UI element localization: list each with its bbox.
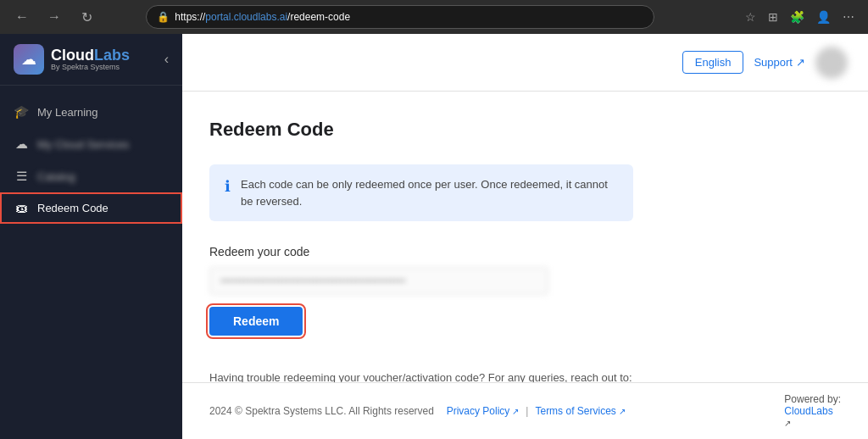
- bookmark-button[interactable]: ☆: [742, 7, 760, 27]
- footer: 2024 © Spektra Systems LLC. All Rights r…: [182, 382, 868, 439]
- catalog-icon: ☰: [14, 169, 29, 184]
- support-external-icon: ↗: [796, 56, 805, 69]
- redeem-code-icon: 🎟: [14, 201, 29, 215]
- sidebar: ☁ CloudLabs By Spektra Systems ‹ 🎓 My Le…: [0, 34, 182, 439]
- logo-icon: ☁: [14, 44, 44, 75]
- tab-grid-button[interactable]: ⊞: [765, 7, 782, 27]
- redeem-form: Redeem your code Redeem: [209, 245, 841, 336]
- page-content: Redeem Code ℹ Each code can be only rede…: [182, 92, 868, 382]
- main-content: English Support ↗ Redeem Code ℹ Each cod…: [182, 34, 868, 439]
- terms-external-icon: ↗: [619, 407, 626, 416]
- help-text-paragraph: Having trouble redeeming your voucher/ac…: [209, 370, 841, 382]
- redeem-button[interactable]: Redeem: [209, 307, 303, 336]
- reload-button[interactable]: ↻: [75, 5, 98, 29]
- sidebar-item-label: My Learning: [37, 106, 98, 119]
- footer-divider: |: [526, 405, 528, 417]
- sidebar-item-label: My Cloud Services: [37, 138, 129, 151]
- sidebar-logo: ☁ CloudLabs By Spektra Systems ‹: [0, 34, 182, 86]
- address-bar[interactable]: 🔒 https://portal.cloudlabs.ai/redeem-cod…: [146, 5, 654, 29]
- support-button[interactable]: Support ↗: [754, 56, 805, 69]
- privacy-external-icon: ↗: [512, 407, 519, 416]
- browser-chrome: ← → ↻ 🔒 https://portal.cloudlabs.ai/rede…: [0, 0, 868, 34]
- cloudlabs-external-icon: ↗: [784, 419, 791, 428]
- privacy-policy-link[interactable]: Privacy Policy ↗: [447, 405, 520, 417]
- sidebar-item-redeem-code[interactable]: 🎟 Redeem Code: [0, 192, 182, 224]
- sidebar-item-my-learning[interactable]: 🎓 My Learning: [0, 96, 182, 128]
- sidebar-toggle-button[interactable]: ‹: [164, 52, 169, 67]
- terms-of-services-link[interactable]: Terms of Services ↗: [535, 405, 625, 417]
- cloud-services-icon: ☁: [14, 136, 29, 152]
- page-title: Redeem Code: [209, 119, 841, 141]
- sidebar-item-catalog[interactable]: ☰ Catalog: [0, 160, 182, 192]
- my-learning-icon: 🎓: [14, 104, 29, 119]
- browser-toolbar: ☆ ⊞ 🧩 👤 ⋯: [742, 7, 858, 27]
- help-section: Having trouble redeeming your voucher/ac…: [209, 370, 841, 382]
- logo-main-text: CloudLabs: [51, 47, 130, 63]
- user-avatar: [815, 47, 848, 79]
- form-label: Redeem your code: [209, 245, 841, 258]
- extensions-button[interactable]: 🧩: [787, 7, 808, 27]
- footer-left: 2024 © Spektra Systems LLC. All Rights r…: [209, 405, 626, 417]
- profile-button[interactable]: 👤: [813, 7, 834, 27]
- sidebar-navigation: 🎓 My Learning ☁ My Cloud Services ☰ Cata…: [0, 86, 182, 439]
- url-text: https://portal.cloudlabs.ai/redeem-code: [175, 11, 643, 23]
- logo-text: CloudLabs By Spektra Systems: [51, 47, 130, 71]
- copyright-text: 2024 © Spektra Systems LLC. All Rights r…: [209, 405, 434, 417]
- cloudlabs-powered-link[interactable]: CloudLabs: [784, 405, 841, 417]
- topbar: English Support ↗: [182, 34, 868, 92]
- sidebar-item-label: Redeem Code: [37, 202, 108, 214]
- info-banner-text: Each code can be only redeemed once per …: [241, 176, 618, 209]
- support-label: Support: [754, 56, 793, 69]
- back-button[interactable]: ←: [10, 5, 34, 29]
- sidebar-item-label: Catalog: [37, 170, 75, 183]
- sidebar-item-my-cloud-services[interactable]: ☁ My Cloud Services: [0, 128, 182, 160]
- info-banner: ℹ Each code can be only redeemed once pe…: [209, 164, 633, 221]
- redeem-code-input[interactable]: [209, 267, 548, 295]
- forward-button[interactable]: →: [42, 5, 66, 29]
- app-container: ☁ CloudLabs By Spektra Systems ‹ 🎓 My Le…: [0, 34, 868, 439]
- logo-sub-text: By Spektra Systems: [51, 63, 130, 71]
- language-button[interactable]: English: [682, 51, 744, 74]
- menu-button[interactable]: ⋯: [839, 7, 858, 27]
- info-icon: ℹ: [225, 177, 231, 196]
- footer-right: Powered by: CloudLabs ↗: [784, 393, 841, 429]
